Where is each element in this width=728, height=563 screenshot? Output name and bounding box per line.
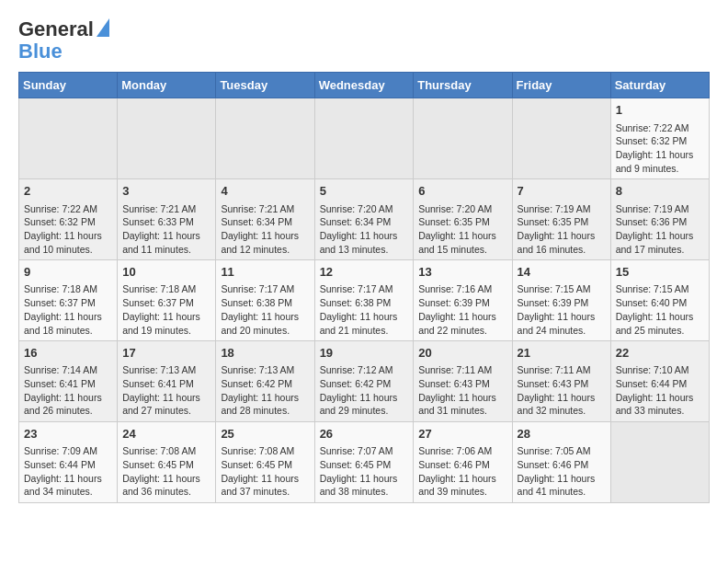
calendar-day-cell: 19Sunrise: 7:12 AM Sunset: 6:42 PM Dayli… bbox=[314, 341, 414, 422]
calendar-table: SundayMondayTuesdayWednesdayThursdayFrid… bbox=[18, 72, 710, 503]
day-content: 21Sunrise: 7:11 AM Sunset: 6:43 PM Dayli… bbox=[518, 345, 606, 418]
calendar-day-cell: 7Sunrise: 7:19 AM Sunset: 6:35 PM Daylig… bbox=[512, 179, 610, 260]
calendar-day-cell: 21Sunrise: 7:11 AM Sunset: 6:43 PM Dayli… bbox=[512, 341, 610, 422]
calendar-day-cell: 24Sunrise: 7:08 AM Sunset: 6:45 PM Dayli… bbox=[118, 422, 216, 503]
day-number: 5 bbox=[320, 183, 409, 200]
day-content: 18Sunrise: 7:13 AM Sunset: 6:42 PM Dayli… bbox=[221, 345, 309, 418]
calendar-header-row: SundayMondayTuesdayWednesdayThursdayFrid… bbox=[19, 73, 710, 98]
day-info: Sunrise: 7:11 AM Sunset: 6:43 PM Dayligh… bbox=[518, 364, 598, 416]
day-content: 24Sunrise: 7:08 AM Sunset: 6:45 PM Dayli… bbox=[122, 426, 210, 499]
day-number: 11 bbox=[221, 264, 309, 281]
logo-text-general: General bbox=[18, 18, 94, 40]
calendar-day-cell: 10Sunrise: 7:18 AM Sunset: 6:37 PM Dayli… bbox=[118, 260, 216, 341]
calendar-day-cell: 27Sunrise: 7:06 AM Sunset: 6:46 PM Dayli… bbox=[414, 422, 512, 503]
weekday-header: Sunday bbox=[19, 73, 118, 98]
day-info: Sunrise: 7:22 AM Sunset: 6:32 PM Dayligh… bbox=[24, 203, 105, 255]
calendar-day-cell: 5Sunrise: 7:20 AM Sunset: 6:34 PM Daylig… bbox=[314, 179, 414, 260]
day-number: 21 bbox=[518, 345, 606, 362]
day-content: 6Sunrise: 7:20 AM Sunset: 6:35 PM Daylig… bbox=[418, 183, 506, 256]
day-number: 9 bbox=[24, 264, 112, 281]
day-number: 1 bbox=[616, 102, 704, 119]
day-content: 22Sunrise: 7:10 AM Sunset: 6:44 PM Dayli… bbox=[616, 345, 704, 418]
calendar-day-cell: 23Sunrise: 7:09 AM Sunset: 6:44 PM Dayli… bbox=[19, 422, 118, 503]
day-number: 26 bbox=[320, 426, 409, 442]
day-number: 4 bbox=[221, 183, 309, 200]
calendar-day-cell: 15Sunrise: 7:15 AM Sunset: 6:40 PM Dayli… bbox=[610, 260, 709, 341]
calendar-day-cell: 8Sunrise: 7:19 AM Sunset: 6:36 PM Daylig… bbox=[610, 179, 709, 260]
day-content: 8Sunrise: 7:19 AM Sunset: 6:36 PM Daylig… bbox=[616, 183, 704, 256]
day-info: Sunrise: 7:19 AM Sunset: 6:36 PM Dayligh… bbox=[616, 203, 697, 255]
day-info: Sunrise: 7:08 AM Sunset: 6:45 PM Dayligh… bbox=[221, 445, 301, 497]
calendar-day-cell: 2Sunrise: 7:22 AM Sunset: 6:32 PM Daylig… bbox=[19, 179, 118, 260]
day-content: 16Sunrise: 7:14 AM Sunset: 6:41 PM Dayli… bbox=[24, 345, 112, 418]
calendar-week-row: 2Sunrise: 7:22 AM Sunset: 6:32 PM Daylig… bbox=[19, 179, 710, 260]
day-info: Sunrise: 7:08 AM Sunset: 6:45 PM Dayligh… bbox=[122, 445, 203, 497]
calendar-day-cell: 22Sunrise: 7:10 AM Sunset: 6:44 PM Dayli… bbox=[610, 341, 709, 422]
day-info: Sunrise: 7:20 AM Sunset: 6:35 PM Dayligh… bbox=[418, 203, 499, 255]
calendar-day-cell: 4Sunrise: 7:21 AM Sunset: 6:34 PM Daylig… bbox=[216, 179, 314, 260]
day-content: 13Sunrise: 7:16 AM Sunset: 6:39 PM Dayli… bbox=[418, 264, 506, 337]
calendar-day-cell: 16Sunrise: 7:14 AM Sunset: 6:41 PM Dayli… bbox=[19, 341, 118, 422]
day-info: Sunrise: 7:20 AM Sunset: 6:34 PM Dayligh… bbox=[320, 203, 401, 255]
calendar-day-cell: 12Sunrise: 7:17 AM Sunset: 6:38 PM Dayli… bbox=[314, 260, 414, 341]
day-info: Sunrise: 7:21 AM Sunset: 6:33 PM Dayligh… bbox=[122, 203, 203, 255]
day-info: Sunrise: 7:19 AM Sunset: 6:35 PM Dayligh… bbox=[518, 203, 598, 255]
calendar-day-cell: 25Sunrise: 7:08 AM Sunset: 6:45 PM Dayli… bbox=[216, 422, 314, 503]
calendar-day-cell bbox=[414, 98, 512, 179]
day-number: 2 bbox=[24, 183, 112, 200]
logo: General Blue bbox=[18, 18, 109, 63]
day-info: Sunrise: 7:13 AM Sunset: 6:41 PM Dayligh… bbox=[122, 364, 203, 416]
day-info: Sunrise: 7:17 AM Sunset: 6:38 PM Dayligh… bbox=[221, 283, 301, 335]
day-content: 4Sunrise: 7:21 AM Sunset: 6:34 PM Daylig… bbox=[221, 183, 309, 256]
day-info: Sunrise: 7:05 AM Sunset: 6:46 PM Dayligh… bbox=[518, 445, 598, 497]
weekday-header: Friday bbox=[512, 73, 610, 98]
day-info: Sunrise: 7:12 AM Sunset: 6:42 PM Dayligh… bbox=[320, 364, 401, 416]
calendar-day-cell: 9Sunrise: 7:18 AM Sunset: 6:37 PM Daylig… bbox=[19, 260, 118, 341]
page-header: General Blue bbox=[18, 18, 710, 63]
day-number: 14 bbox=[518, 264, 606, 281]
calendar-day-cell: 28Sunrise: 7:05 AM Sunset: 6:46 PM Dayli… bbox=[512, 422, 610, 503]
day-content: 25Sunrise: 7:08 AM Sunset: 6:45 PM Dayli… bbox=[221, 426, 309, 499]
day-number: 19 bbox=[320, 345, 409, 362]
day-content: 15Sunrise: 7:15 AM Sunset: 6:40 PM Dayli… bbox=[616, 264, 704, 337]
day-info: Sunrise: 7:11 AM Sunset: 6:43 PM Dayligh… bbox=[418, 364, 499, 416]
day-number: 23 bbox=[24, 426, 112, 442]
day-info: Sunrise: 7:16 AM Sunset: 6:39 PM Dayligh… bbox=[418, 283, 499, 335]
day-number: 17 bbox=[122, 345, 210, 362]
day-number: 16 bbox=[24, 345, 112, 362]
day-number: 6 bbox=[418, 183, 506, 200]
day-content: 7Sunrise: 7:19 AM Sunset: 6:35 PM Daylig… bbox=[518, 183, 606, 256]
day-number: 15 bbox=[616, 264, 704, 281]
calendar-day-cell: 1Sunrise: 7:22 AM Sunset: 6:32 PM Daylig… bbox=[610, 98, 709, 179]
weekday-header: Saturday bbox=[610, 73, 709, 98]
weekday-header: Thursday bbox=[414, 73, 512, 98]
calendar-day-cell: 26Sunrise: 7:07 AM Sunset: 6:45 PM Dayli… bbox=[314, 422, 414, 503]
day-content: 27Sunrise: 7:06 AM Sunset: 6:46 PM Dayli… bbox=[418, 426, 506, 499]
day-content: 23Sunrise: 7:09 AM Sunset: 6:44 PM Dayli… bbox=[24, 426, 112, 499]
weekday-header: Tuesday bbox=[216, 73, 314, 98]
calendar-week-row: 1Sunrise: 7:22 AM Sunset: 6:32 PM Daylig… bbox=[19, 98, 710, 179]
day-content: 19Sunrise: 7:12 AM Sunset: 6:42 PM Dayli… bbox=[320, 345, 409, 418]
calendar-week-row: 16Sunrise: 7:14 AM Sunset: 6:41 PM Dayli… bbox=[19, 341, 710, 422]
day-info: Sunrise: 7:09 AM Sunset: 6:44 PM Dayligh… bbox=[24, 445, 105, 497]
day-info: Sunrise: 7:14 AM Sunset: 6:41 PM Dayligh… bbox=[24, 364, 105, 416]
day-content: 11Sunrise: 7:17 AM Sunset: 6:38 PM Dayli… bbox=[221, 264, 309, 337]
day-number: 20 bbox=[418, 345, 506, 362]
day-info: Sunrise: 7:10 AM Sunset: 6:44 PM Dayligh… bbox=[616, 364, 697, 416]
day-number: 12 bbox=[320, 264, 409, 281]
day-number: 10 bbox=[122, 264, 210, 281]
calendar-day-cell bbox=[216, 98, 314, 179]
day-content: 3Sunrise: 7:21 AM Sunset: 6:33 PM Daylig… bbox=[122, 183, 210, 256]
day-number: 28 bbox=[518, 426, 606, 442]
day-info: Sunrise: 7:06 AM Sunset: 6:46 PM Dayligh… bbox=[418, 445, 499, 497]
calendar-day-cell: 3Sunrise: 7:21 AM Sunset: 6:33 PM Daylig… bbox=[118, 179, 216, 260]
day-number: 13 bbox=[418, 264, 506, 281]
calendar-day-cell: 14Sunrise: 7:15 AM Sunset: 6:39 PM Dayli… bbox=[512, 260, 610, 341]
day-content: 10Sunrise: 7:18 AM Sunset: 6:37 PM Dayli… bbox=[122, 264, 210, 337]
calendar-day-cell: 6Sunrise: 7:20 AM Sunset: 6:35 PM Daylig… bbox=[414, 179, 512, 260]
logo-text-blue: Blue bbox=[18, 40, 63, 63]
day-content: 14Sunrise: 7:15 AM Sunset: 6:39 PM Dayli… bbox=[518, 264, 606, 337]
day-number: 25 bbox=[221, 426, 309, 442]
day-info: Sunrise: 7:22 AM Sunset: 6:32 PM Dayligh… bbox=[616, 122, 697, 174]
day-content: 26Sunrise: 7:07 AM Sunset: 6:45 PM Dayli… bbox=[320, 426, 409, 499]
